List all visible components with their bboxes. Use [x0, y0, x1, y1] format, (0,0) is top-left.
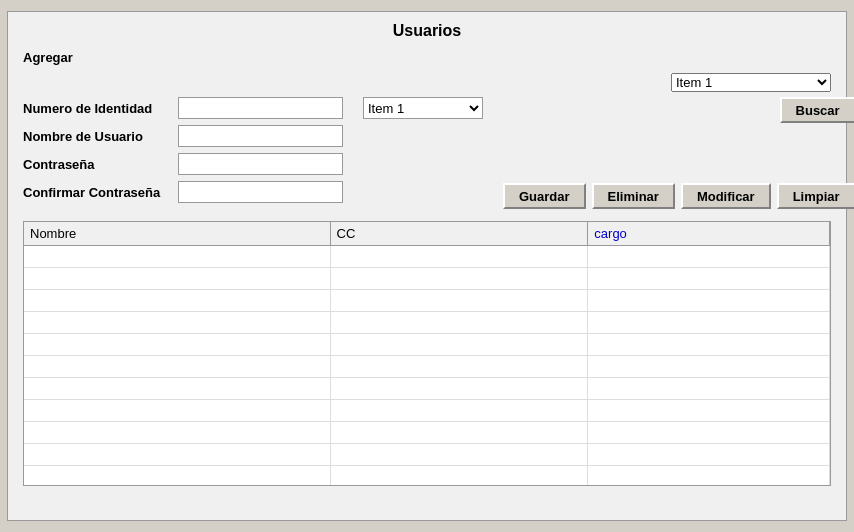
table-cell	[330, 466, 588, 486]
table-cell	[24, 268, 330, 290]
table-row[interactable]	[24, 268, 830, 290]
table-cell	[588, 444, 830, 466]
contrasena-label: Contraseña	[23, 157, 178, 172]
numero-identidad-input[interactable]	[178, 97, 343, 119]
section-label: Agregar	[23, 50, 831, 65]
table-cell	[330, 290, 588, 312]
table-cell	[24, 356, 330, 378]
table-row[interactable]	[24, 312, 830, 334]
table-cell	[588, 334, 830, 356]
table-cell	[588, 246, 830, 268]
modificar-button[interactable]: Modificar	[681, 183, 771, 209]
data-table: Nombre CC cargo	[24, 222, 830, 485]
col-header-cc: CC	[330, 222, 588, 246]
nombre-usuario-label: Nombre de Usuario	[23, 129, 178, 144]
table-cell	[24, 246, 330, 268]
confirmar-contrasena-input[interactable]	[178, 181, 343, 203]
top-section: Agregar Item 1 Item 2 Item 3 Numero de I…	[23, 50, 831, 209]
action-buttons: Guardar Eliminar Modificar Limpiar	[503, 183, 854, 209]
table-row[interactable]	[24, 290, 830, 312]
page-title: Usuarios	[23, 22, 831, 40]
table-cell	[588, 466, 830, 486]
table-cell	[24, 290, 330, 312]
table-cell	[588, 356, 830, 378]
table-section: Nombre CC cargo	[23, 221, 831, 486]
table-row[interactable]	[24, 400, 830, 422]
table-row[interactable]	[24, 246, 830, 268]
numero-identidad-label: Numero de Identidad	[23, 101, 178, 116]
middle-dropdown[interactable]: Item 1 Item 2 Item 3	[363, 97, 483, 119]
col-header-nombre: Nombre	[24, 222, 330, 246]
confirmar-contrasena-label: Confirmar Contraseña	[23, 185, 178, 200]
table-row[interactable]	[24, 444, 830, 466]
table-cell	[24, 422, 330, 444]
numero-identidad-row: Numero de Identidad	[23, 97, 343, 119]
table-cell	[330, 312, 588, 334]
table-cell	[24, 312, 330, 334]
table-cell	[330, 334, 588, 356]
contrasena-row: Contraseña	[23, 153, 343, 175]
buscar-button[interactable]: Buscar	[780, 97, 854, 123]
guardar-button[interactable]: Guardar	[503, 183, 586, 209]
table-row[interactable]	[24, 422, 830, 444]
table-cell	[330, 246, 588, 268]
table-cell	[24, 444, 330, 466]
table-row[interactable]	[24, 334, 830, 356]
table-cell	[588, 268, 830, 290]
table-cell	[330, 378, 588, 400]
form-middle: Item 1 Item 2 Item 3	[363, 97, 483, 209]
nombre-usuario-input[interactable]	[178, 125, 343, 147]
table-row[interactable]	[24, 356, 830, 378]
table-cell	[588, 400, 830, 422]
limpiar-button[interactable]: Limpiar	[777, 183, 854, 209]
table-cell	[588, 378, 830, 400]
top-row: Item 1 Item 2 Item 3	[23, 73, 831, 92]
form-fields: Numero de Identidad Nombre de Usuario Co…	[23, 97, 343, 209]
table-cell	[330, 268, 588, 290]
form-right: Buscar Guardar Eliminar Modificar Limpia…	[503, 97, 854, 209]
table-cell	[24, 466, 330, 486]
form-area: Numero de Identidad Nombre de Usuario Co…	[23, 97, 831, 209]
table-cell	[24, 400, 330, 422]
contrasena-input[interactable]	[178, 153, 343, 175]
table-cell	[330, 422, 588, 444]
table-cell	[588, 290, 830, 312]
col-header-cargo: cargo	[588, 222, 830, 246]
table-cell	[330, 400, 588, 422]
nombre-usuario-row: Nombre de Usuario	[23, 125, 343, 147]
table-cell	[24, 378, 330, 400]
buscar-row: Buscar	[780, 97, 854, 123]
main-container: Usuarios Agregar Item 1 Item 2 Item 3 Nu…	[7, 11, 847, 521]
table-cell	[588, 422, 830, 444]
table-row[interactable]	[24, 466, 830, 486]
table-cell	[588, 312, 830, 334]
table-row[interactable]	[24, 378, 830, 400]
eliminar-button[interactable]: Eliminar	[592, 183, 675, 209]
table-cell	[24, 334, 330, 356]
table-cell	[330, 356, 588, 378]
table-cell	[330, 444, 588, 466]
top-dropdown[interactable]: Item 1 Item 2 Item 3	[671, 73, 831, 92]
table-wrapper[interactable]: Nombre CC cargo	[24, 222, 830, 485]
confirmar-contrasena-row: Confirmar Contraseña	[23, 181, 343, 203]
